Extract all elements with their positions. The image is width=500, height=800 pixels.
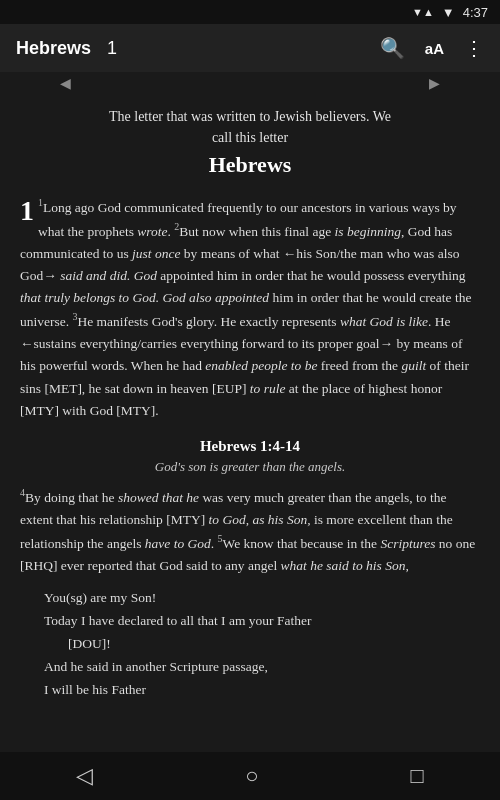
book-title: Hebrews [16,38,91,59]
intro-line2: call this letter [212,130,288,145]
chapter-number-appbar: 1 [107,38,117,59]
signal-icon: ▼▲ [412,6,434,18]
wifi-icon: ▼ [442,5,455,20]
next-chapter-arrow[interactable]: ▶ [429,75,440,92]
app-bar: Hebrews 1 🔍 aA ⋮ [0,24,500,72]
content-area: The letter that was written to Jewish be… [0,94,500,752]
recent-nav-icon[interactable]: □ [411,763,424,789]
font-size-icon[interactable]: aA [425,40,444,57]
chapter-nav: ◀ ▶ [0,72,500,94]
verses-part2: 4By doing that he showed that he was ver… [20,485,480,577]
home-nav-icon[interactable]: ○ [245,763,258,789]
prev-chapter-arrow[interactable]: ◀ [60,75,71,92]
chapter-number-display: 1 [20,197,34,225]
book-intro: The letter that was written to Jewish be… [20,106,480,181]
bottom-nav: ◁ ○ □ [0,752,500,800]
time: 4:37 [463,5,488,20]
poetry-line2: Today I have declared to all that I am y… [44,610,480,633]
more-menu-icon[interactable]: ⋮ [464,36,484,60]
section-subheading: God's son is greater than the angels. [20,459,480,475]
poetry-block: You(sg) are my Son! Today I have declare… [44,587,480,702]
poetry-line3: [DOU]! [44,633,480,656]
poetry-line1: You(sg) are my Son! [44,587,480,610]
intro-book-title: Hebrews [209,152,292,177]
poetry-line5: I will be his Father [44,679,480,702]
back-nav-icon[interactable]: ◁ [76,763,93,789]
verses-part1: 1 1Long ago God communicated frequently … [20,195,480,422]
poetry-line4: And he said in another Scripture passage… [44,656,480,679]
intro-line1: The letter that was written to Jewish be… [109,109,391,124]
status-bar: ▼▲ ▼ 4:37 [0,0,500,24]
section-heading: Hebrews 1:4-14 [20,438,480,455]
search-icon[interactable]: 🔍 [380,36,405,60]
